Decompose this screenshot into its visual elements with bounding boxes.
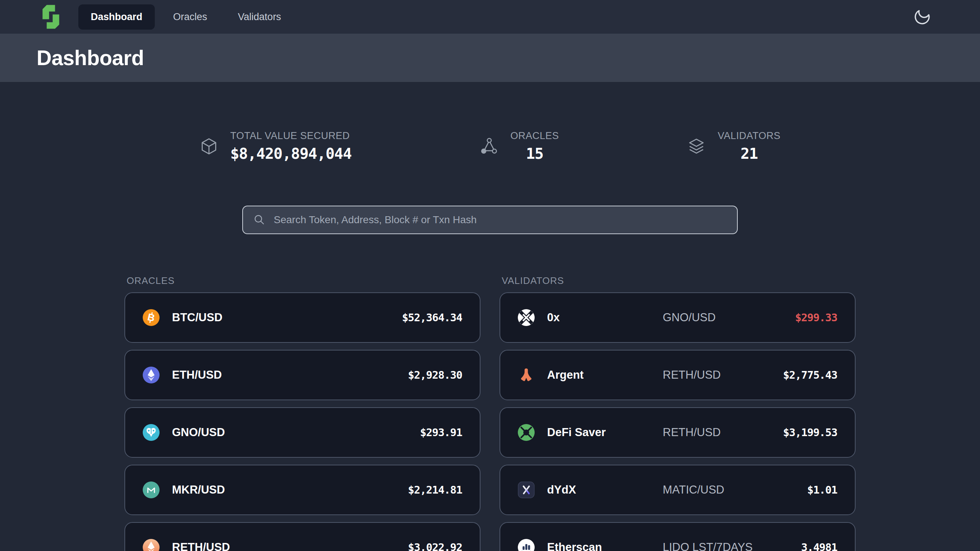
oracles-section-label: ORACLES [127,275,480,286]
validator-row-etherscan[interactable]: Etherscan LIDO LST/7DAYS 3.4981 [500,522,856,551]
moon-icon [910,5,934,29]
oracle-pair-label: GNO/USD [172,426,317,439]
validator-row-defi-saver[interactable]: DeFi Saver RETH/USD $3,199.53 [500,407,856,458]
oracle-pair-label: MKR/USD [172,483,317,497]
search-input[interactable] [273,214,727,226]
tab-oracles[interactable]: Oracles [161,5,220,30]
stat-value: 21 [718,145,781,162]
oracle-pair-label: BTC/USD [172,311,317,324]
oracle-row-gno-usd[interactable]: GNO/USD $293.91 [124,407,480,458]
stats-row: TOTAL VALUE SECURED $8,420,894,044 ORACL… [0,130,980,162]
reth-icon [143,539,159,551]
oracle-row-btc-usd[interactable]: B BTC/USD $52,364.34 [124,292,480,343]
nav-tabs: Dashboard Oracles Validators [78,5,293,30]
validator-price: $2,775.43 [773,369,837,381]
validator-price: $299.33 [773,311,837,324]
layers-icon [687,137,706,156]
validator-pair: MATIC/USD [663,483,773,497]
oracles-column: ORACLES B BTC/USD $52,364.34 ETH/USD $2,… [124,275,480,551]
argent-icon [518,367,535,383]
main-lists: ORACLES B BTC/USD $52,364.34 ETH/USD $2,… [124,275,856,551]
validator-name: 0x [547,311,663,324]
stat-total-value-secured: TOTAL VALUE SECURED $8,420,894,044 [199,130,352,162]
oracle-row-reth-usd[interactable]: RETH/USD $3,022.92 [124,522,480,551]
validators-section-label: VALIDATORS [502,275,856,286]
validator-row-argent[interactable]: Argent RETH/USD $2,775.43 [500,350,856,400]
validator-price: $3,199.53 [773,426,837,439]
eth-icon [143,367,159,383]
validator-name: dYdX [547,483,663,497]
validator-pair: GNO/USD [663,311,773,324]
stat-label: ORACLES [511,130,559,141]
page-header: Dashboard [0,34,980,82]
oracle-pair-label: ETH/USD [172,368,317,382]
validator-row-dydx[interactable]: dYdX MATIC/USD $1.01 [500,465,856,515]
search-icon [253,214,266,226]
top-nav: Dashboard Oracles Validators [0,0,980,34]
stat-oracles: ORACLES 15 [480,130,559,162]
oracle-row-eth-usd[interactable]: ETH/USD $2,928.30 [124,350,480,400]
defi-saver-icon [518,424,535,441]
btc-icon: B [143,309,159,326]
oracle-pair-label: RETH/USD [172,541,317,551]
cube-icon [199,137,218,156]
stat-label: TOTAL VALUE SECURED [230,130,352,141]
etherscan-icon [518,539,535,551]
stat-value: $8,420,894,044 [230,145,352,162]
validators-column: VALIDATORS 0x GNO/USD $299.33 Argent RET… [500,275,856,551]
oracle-price: $293.91 [317,426,463,439]
oracle-price: $2,214.81 [317,484,463,496]
validator-row-0x[interactable]: 0x GNO/USD $299.33 [500,292,856,343]
validator-name: Etherscan [547,541,663,551]
oracle-row-mkr-usd[interactable]: MKR/USD $2,214.81 [124,465,480,515]
validator-name: Argent [547,368,663,382]
page-title: Dashboard [37,46,144,70]
validator-pair: RETH/USD [663,426,773,439]
oracle-price: $3,022.92 [317,541,463,551]
mkr-icon [143,481,159,498]
validator-price: 3.4981 [773,541,837,551]
stat-label: VALIDATORS [718,130,781,141]
gno-icon [143,424,159,441]
validator-pair: RETH/USD [663,368,773,382]
dydx-icon [518,481,535,498]
tab-dashboard[interactable]: Dashboard [78,5,155,30]
validator-name: DeFi Saver [547,426,663,439]
validator-pair: LIDO LST/7DAYS [663,541,773,551]
stat-validators: VALIDATORS 21 [687,130,781,162]
search-bar [242,206,738,234]
brand-logo[interactable] [37,3,65,31]
network-icon [480,137,499,156]
stat-value: 15 [511,145,559,162]
0x-icon [518,309,535,326]
theme-toggle-button[interactable] [913,7,932,26]
oracle-price: $52,364.34 [317,311,463,324]
oracle-price: $2,928.30 [317,369,463,381]
brand-logo-icon [37,3,65,31]
tab-validators[interactable]: Validators [226,5,293,30]
validator-price: $1.01 [773,484,837,496]
